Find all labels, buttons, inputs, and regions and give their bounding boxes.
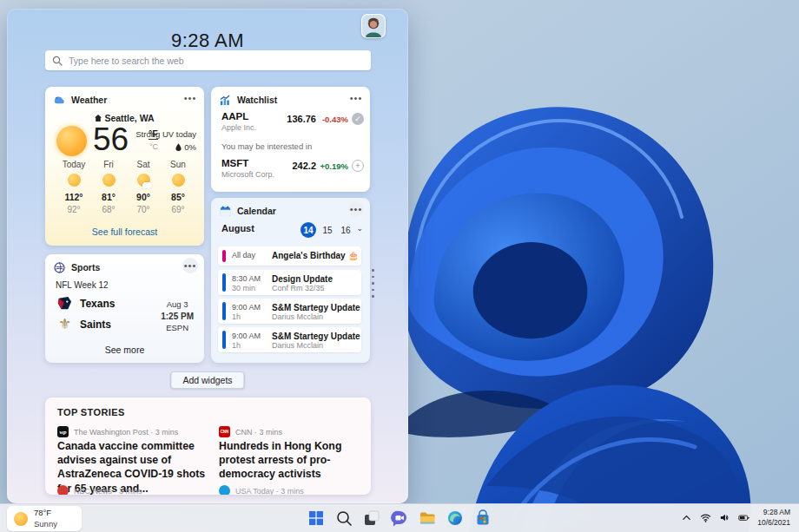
- weather-widget-header: Weather: [54, 93, 182, 107]
- stock-change: -0.43%: [322, 115, 348, 124]
- forecast-day-today[interactable]: Today 112° 92°: [55, 160, 93, 214]
- event-color-bar: [222, 302, 226, 320]
- stock-price: 242.2: [292, 161, 316, 171]
- forecast-day-fri[interactable]: Fri 81° 68°: [89, 160, 128, 214]
- event-color-bar: [222, 273, 226, 292]
- calendar-date-15[interactable]: 15: [320, 222, 335, 238]
- washington-post-icon: wp: [57, 426, 69, 437]
- article-attribution: wp The Washington Post · 3 mins: [57, 426, 207, 437]
- start-button[interactable]: [305, 507, 327, 529]
- tray-chevron-up-icon[interactable]: [681, 512, 692, 523]
- file-explorer-button[interactable]: [416, 507, 439, 529]
- attribution-text: The Washington Post · 3 mins: [74, 428, 178, 437]
- wifi-icon[interactable]: [700, 512, 711, 523]
- forecast-high: 112°: [55, 192, 93, 202]
- event-time: 9:00 AM: [232, 303, 261, 312]
- web-search-bar: [45, 50, 371, 70]
- stock-add-button[interactable]: +: [352, 160, 364, 172]
- edge-icon: [446, 509, 464, 527]
- article-headline-2[interactable]: Hundreds in Hong Kong protest arrests of…: [219, 439, 361, 482]
- taskbar-widgets-weather-button[interactable]: 78°F Sunny: [7, 506, 82, 531]
- tray-date: 10/6/2021: [757, 518, 790, 528]
- partial-article-attribution: NBC News · 3 mins: [57, 485, 207, 495]
- search-input[interactable]: [69, 56, 364, 66]
- forecast-low: 68°: [89, 205, 128, 214]
- calendar-event-design-update[interactable]: 8:30 AM 30 min Design Update Conf Rm 32/…: [218, 270, 361, 295]
- droplet-icon: [175, 143, 182, 151]
- battery-icon[interactable]: [738, 512, 749, 523]
- event-duration: 1h: [232, 341, 241, 350]
- edge-browser-button[interactable]: [444, 507, 466, 529]
- see-more-link[interactable]: See more: [45, 345, 204, 355]
- calendar-widget-title: Calendar: [237, 206, 276, 216]
- event-duration: 1h: [232, 312, 241, 321]
- weather-menu-button[interactable]: •••: [182, 90, 198, 106]
- event-subtitle: Darius Mcclain: [272, 341, 323, 350]
- sports-widget[interactable]: Sports ••• NFL Week 12 Texans ⚜ Saints A…: [45, 254, 204, 363]
- event-color-bar: [222, 250, 226, 262]
- stocks-chart-icon: [220, 95, 231, 106]
- sports-menu-button[interactable]: •••: [182, 258, 198, 273]
- usa-today-icon: [219, 485, 230, 495]
- event-time: 9:00 AM: [232, 332, 261, 340]
- unit-celsius-toggle[interactable]: °C: [149, 142, 158, 151]
- attribution-text: USA Today · 3 mins: [235, 487, 304, 496]
- forecast-day-sun[interactable]: Sun 85° 69°: [159, 160, 197, 214]
- event-subtitle: Darius Mcclain: [272, 312, 323, 321]
- calendar-icon: [220, 206, 231, 217]
- calendar-widget-header: Calendar: [220, 204, 347, 218]
- stock-change: +0.19%: [320, 161, 349, 171]
- forecast-high: 81°: [89, 192, 128, 202]
- calendar-event-birthday[interactable]: All day Angela's Birthday 🎂: [218, 246, 361, 266]
- add-widgets-button[interactable]: Add widgets: [170, 371, 244, 389]
- calendar-date-14[interactable]: 14: [300, 222, 316, 238]
- article-attribution: CNN CNN · 3 mins: [219, 426, 361, 437]
- team-name-saints[interactable]: Saints: [80, 319, 111, 331]
- forecast-day-label: Sun: [159, 160, 197, 169]
- calendar-menu-button[interactable]: •••: [348, 201, 364, 217]
- sports-widget-title: Sports: [71, 262, 100, 273]
- forecast-day-label: Fri: [89, 160, 128, 169]
- watchlist-widget[interactable]: Watchlist ••• AAPL Apple Inc. 136.76 -0.…: [211, 87, 370, 192]
- widgets-panel: 9:28 AM Weather ••• Seatt: [7, 9, 408, 503]
- weather-widget[interactable]: Weather ••• Seattle, WA 56 °F °C Strong …: [45, 87, 204, 246]
- forecast-day-sat[interactable]: Sat 90° 70°: [124, 160, 162, 214]
- texans-logo-icon: [56, 295, 73, 312]
- taskbar: 78°F Sunny: [0, 503, 799, 532]
- event-color-bar: [222, 331, 226, 349]
- chevron-down-icon[interactable]: ⌄: [356, 224, 363, 233]
- game-meta: Aug 3 1:25 PM ESPN: [161, 299, 194, 333]
- system-tray: 9:28 AM 10/6/2021: [681, 503, 799, 532]
- search-icon: [335, 509, 353, 527]
- calendar-widget[interactable]: Calendar ••• August 14 15 16 ⌄ All day A…: [211, 198, 370, 363]
- calendar-event-strategy-1[interactable]: 9:00 AM 1h S&M Startegy Update Darius Mc…: [218, 299, 361, 324]
- partly-cloudy-icon: [136, 174, 151, 188]
- forecast-day-label: Today: [55, 160, 93, 169]
- event-time: 8:30 AM: [232, 274, 261, 283]
- calendar-date-16[interactable]: 16: [338, 222, 353, 238]
- microsoft-store-button[interactable]: [472, 507, 494, 529]
- forecast-low: 92°: [55, 205, 93, 214]
- precipitation: 0%: [175, 142, 196, 152]
- user-avatar[interactable]: [361, 14, 386, 38]
- forecast-day-label: Sat: [124, 160, 162, 169]
- taskbar-search-button[interactable]: [333, 507, 355, 529]
- chat-button[interactable]: [388, 507, 411, 529]
- nbc-news-icon: [57, 485, 69, 495]
- forecast-low: 70°: [124, 205, 162, 214]
- see-full-forecast-link[interactable]: See full forecast: [45, 227, 204, 237]
- precipitation-value: 0%: [184, 142, 196, 152]
- stock-added-check-button[interactable]: ✓: [352, 113, 364, 125]
- stock-symbol: AAPL: [221, 111, 248, 122]
- sports-widget-header: Sports: [54, 260, 182, 274]
- calendar-month-label[interactable]: August: [221, 223, 254, 233]
- current-temperature: 56: [93, 122, 129, 158]
- task-view-button[interactable]: [360, 507, 383, 529]
- watchlist-menu-button[interactable]: •••: [348, 90, 364, 106]
- attribution-text: CNN · 3 mins: [235, 428, 282, 437]
- calendar-scrollbar[interactable]: [372, 269, 374, 302]
- team-name-texans[interactable]: Texans: [80, 298, 115, 310]
- volume-icon[interactable]: [719, 512, 730, 523]
- calendar-event-strategy-2[interactable]: 9:00 AM 1h S&M Startegy Update Darius Mc…: [218, 327, 361, 352]
- tray-clock[interactable]: 9:28 AM 10/6/2021: [757, 508, 790, 527]
